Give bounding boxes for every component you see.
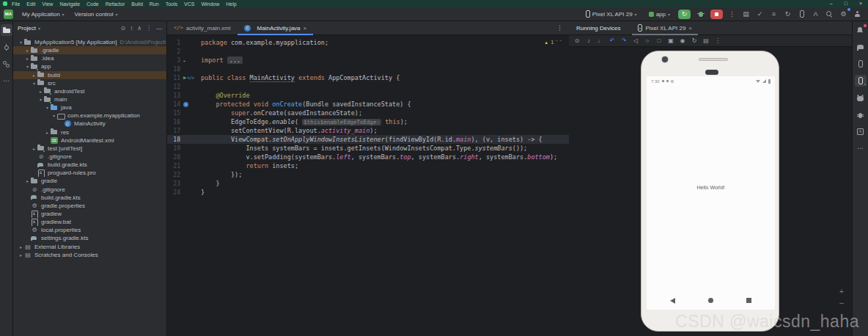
menu-help[interactable]: Help (226, 1, 236, 7)
run-class-icon[interactable]: ▶ (183, 75, 186, 81)
back-button[interactable] (670, 298, 675, 304)
rerun-button[interactable]: ↻ (678, 10, 691, 19)
code-editor[interactable]: 1package com.example.myapplication;23▸im… (167, 35, 569, 197)
home-button[interactable] (708, 298, 713, 303)
close-button[interactable]: × (859, 0, 862, 7)
code-line-17[interactable]: 17 setContentView(R.layout.activity_main… (167, 126, 569, 135)
prev-problem-icon[interactable]: ˆ (556, 40, 557, 45)
gutter[interactable]: 10 (167, 66, 201, 73)
locate-file-icon[interactable]: ⊙ (120, 25, 125, 32)
code-inspection-icon[interactable]: ✓ (754, 9, 766, 20)
gutter[interactable]: 19 (167, 145, 201, 152)
more-icon[interactable]: ⋯ (855, 142, 867, 154)
back-icon[interactable]: ◁ (631, 37, 640, 45)
project-selector[interactable]: My Application▾ (17, 7, 70, 21)
tree-item-app[interactable]: ▾app (13, 62, 166, 70)
snapshots-icon[interactable]: ▤ (702, 37, 710, 45)
collapse-all-icon[interactable]: ∧ (137, 25, 141, 32)
code-line-2[interactable]: 2 (167, 47, 569, 56)
restart-icon[interactable]: ↻ (690, 37, 699, 45)
todo-icon[interactable]: ▤ (740, 9, 752, 20)
tree-item-external-libraries[interactable]: ▸▤External Libraries (13, 243, 166, 251)
run-configuration-selector[interactable]: app ▾ (644, 7, 675, 21)
tree-item-gradle-properties[interactable]: ⚙gradle.properties (13, 202, 166, 210)
tree-chevron-icon[interactable]: ▾ (18, 40, 24, 45)
tree-item--gitignore[interactable]: ⊘.gitignore (13, 186, 166, 194)
more-actions-icon[interactable]: ⋮ (726, 9, 738, 20)
tree-chevron-icon[interactable]: ▾ (31, 81, 37, 86)
code-line-18[interactable]: 18 ViewCompat.setOnApplyWindowInsetsList… (167, 135, 569, 144)
running-devices-icon[interactable] (855, 75, 867, 87)
code-line-3[interactable]: 3▸import ... (167, 56, 569, 65)
gutter[interactable]: 24 (167, 189, 201, 196)
more-icon[interactable]: ⋮ (713, 37, 722, 45)
app-quality-insights-icon[interactable] (855, 109, 867, 120)
minimize-button[interactable]: – (830, 0, 833, 7)
stop-button[interactable] (710, 10, 723, 19)
code-line-22[interactable]: 22 }); (167, 170, 569, 179)
tree-item-settings-gradle-kts[interactable]: settings.gradle.kts (13, 234, 166, 242)
menu-file[interactable]: File (12, 1, 20, 7)
tab-activity-main-xml[interactable]: </>activity_main.xml (167, 21, 238, 35)
tree-item-res[interactable]: ▸res (13, 128, 166, 136)
tree-item-mainactivity[interactable]: CMainActivity (13, 120, 166, 128)
gutter[interactable]: 13 (167, 92, 201, 99)
gutter[interactable]: 17 (167, 128, 201, 134)
fold-chevron-icon[interactable]: ▸ (183, 58, 186, 63)
profile-icon[interactable] (851, 9, 864, 20)
code-line-13[interactable]: 13 @Override (167, 91, 569, 100)
tree-item--gitignore[interactable]: ⊘.gitignore (13, 153, 166, 161)
menu-tools[interactable]: Tools (166, 1, 177, 7)
tree-item-build[interactable]: ▸build (13, 71, 166, 79)
tree-chevron-icon[interactable]: ▸ (31, 146, 37, 151)
zoom-out-button[interactable]: – (839, 299, 844, 307)
gutter[interactable]: 21 (167, 163, 201, 169)
project-icon[interactable] (1, 24, 12, 36)
power-icon[interactable]: ⊙ (573, 37, 581, 45)
tree-chevron-icon[interactable]: ▾ (51, 113, 57, 118)
settings-icon[interactable]: ⚙ (837, 9, 850, 20)
next-problem-icon[interactable]: ˇ (560, 40, 562, 45)
tree-item-local-properties[interactable]: ⚙local.properties (13, 226, 166, 234)
code-line-19[interactable]: 19 Insets systemBars = insets.getInsets(… (167, 144, 569, 153)
tree-item-proguard-rules-pro[interactable]: proguard-rules.pro (13, 169, 166, 177)
close-icon[interactable]: × (688, 25, 692, 32)
gutter[interactable]: 2 (167, 48, 201, 55)
gutter[interactable]: 12 (167, 84, 201, 90)
tree-item-gradlew-bat[interactable]: gradlew.bat (13, 218, 166, 226)
tree-item-myapplication5-my-application-[interactable]: ▾MyApplication5 [My Application]D:\Andro… (13, 38, 166, 46)
code-line-11[interactable]: 11▶</>public class MainActivity extends … (167, 73, 569, 82)
tree-chevron-icon[interactable]: ▸ (37, 89, 44, 94)
more-icon[interactable]: ⋯ (1, 75, 12, 87)
logcat-icon[interactable] (855, 92, 867, 103)
tree-item-com-example-myapplication[interactable]: ▾com.example.myapplication (13, 112, 166, 120)
code-line-21[interactable]: 21 return insets; (167, 161, 569, 170)
screenshot-icon[interactable]: ▣ (666, 37, 675, 45)
gutter[interactable]: 22 (167, 172, 201, 178)
tree-item--idea[interactable]: ▸.idea (13, 54, 166, 62)
gradle-icon[interactable] (855, 41, 867, 53)
tree-item--gradle[interactable]: ▸.gradle (13, 46, 166, 54)
inspection-widget[interactable]: ▲ 1 ˆ ˇ (544, 39, 562, 45)
tree-item-androidmanifest-xml[interactable]: AndroidManifest.xml (13, 136, 166, 145)
tree-item-build-gradle-kts[interactable]: build.gradle.kts (13, 194, 166, 202)
gutter[interactable]: 15 (167, 110, 201, 117)
notifications-icon[interactable] (855, 24, 867, 36)
tab-mainactivity-java[interactable]: CMainActivity.java× (238, 21, 314, 35)
home-icon[interactable]: ○ (643, 37, 652, 45)
gutter[interactable]: 14↑ (167, 101, 201, 108)
screen-record-icon[interactable]: ◉ (678, 37, 687, 45)
menu-code[interactable]: Code (87, 1, 99, 7)
close-icon[interactable]: × (304, 25, 307, 32)
menu-build[interactable]: Build (131, 1, 143, 7)
code-lines[interactable]: 1package com.example.myapplication;23▸im… (167, 38, 569, 197)
tree-item-java[interactable]: ▾java (13, 103, 166, 112)
device-selector[interactable]: Pixel XL API 29 ▾ (581, 7, 642, 21)
gutter[interactable]: 16 (167, 119, 201, 125)
rotate-left-icon[interactable]: ↶ (608, 37, 617, 45)
tree-chevron-icon[interactable]: ▸ (44, 130, 51, 135)
volume-up-icon[interactable]: ♪ (584, 37, 593, 45)
tree-chevron-icon[interactable]: ▸ (18, 252, 24, 258)
maximize-button[interactable]: □ (845, 0, 847, 7)
menu-navigate[interactable]: Navigate (59, 1, 80, 7)
